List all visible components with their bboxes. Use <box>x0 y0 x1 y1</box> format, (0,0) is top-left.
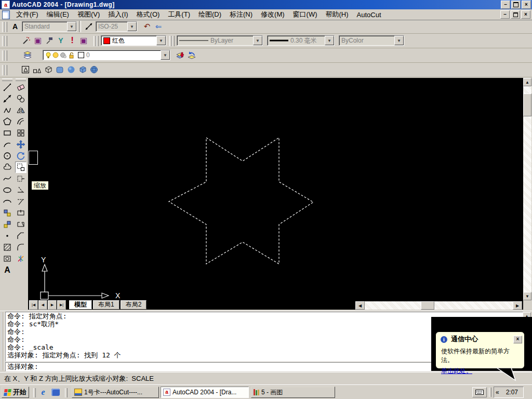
lineweight-combo[interactable]: 0.30 毫米 ▼ <box>267 35 335 46</box>
modify-toolbar-grip[interactable] <box>16 78 26 81</box>
rotate-button[interactable] <box>15 150 26 162</box>
wireframe-2d-button[interactable] <box>20 64 31 75</box>
tab-model[interactable]: 模型 <box>69 300 92 309</box>
chevron-down-icon[interactable]: ▼ <box>253 36 262 45</box>
match-properties-button[interactable] <box>21 35 32 46</box>
dim-style-combo[interactable]: ISO-25 ▼ <box>96 21 137 32</box>
tab-layout2[interactable]: 布局2 <box>121 300 147 309</box>
plotstyle-combo[interactable]: ByColor ▼ <box>339 35 404 46</box>
task-paint[interactable]: 5 - 画图 <box>251 387 335 398</box>
undo-button[interactable]: ↶ <box>141 21 153 32</box>
text-style-button[interactable]: A <box>9 21 21 32</box>
quicklaunch-app-icon[interactable] <box>51 389 60 396</box>
gouraud-shaded-button[interactable] <box>65 64 77 75</box>
hscroll-thumb[interactable] <box>421 301 434 310</box>
close-button[interactable]: × <box>522 1 531 9</box>
menu-draw[interactable]: 绘图(D) <box>194 9 225 20</box>
polygon-button[interactable] <box>2 116 13 127</box>
erase-button[interactable] <box>15 82 26 93</box>
xline-button[interactable] <box>2 93 13 104</box>
linetype-combo[interactable]: ByLayer ▼ <box>177 35 263 46</box>
tab-last-button[interactable]: ▶| <box>57 300 66 310</box>
chevron-down-icon[interactable]: ▼ <box>161 50 170 60</box>
region-button[interactable] <box>2 253 13 264</box>
array-button[interactable] <box>15 127 26 139</box>
start-button[interactable]: 开始 <box>2 387 29 398</box>
doc-close-button[interactable]: × <box>521 10 530 19</box>
menu-dimension[interactable]: 标注(N) <box>225 9 257 20</box>
wireframe-3d-button[interactable] <box>31 64 43 75</box>
mirror-button[interactable] <box>15 104 26 116</box>
hammer-tool-button[interactable] <box>44 35 55 46</box>
scroll-left-button[interactable]: ◀ <box>355 301 365 310</box>
flat-shaded-button[interactable] <box>54 64 65 75</box>
tab-prev-button[interactable]: ◀ <box>38 300 47 310</box>
tray-chevron[interactable]: « <box>494 389 501 396</box>
spline-button[interactable] <box>2 173 13 184</box>
extend-button[interactable] <box>15 196 26 207</box>
flat-edges-button[interactable] <box>77 64 88 75</box>
tab-layout1[interactable]: 布局1 <box>93 300 119 309</box>
figure-tool-button[interactable]: Y <box>55 35 66 46</box>
star-polygon[interactable] <box>169 138 313 264</box>
layer-manager-button[interactable] <box>22 49 33 61</box>
make-block-button[interactable] <box>2 219 13 230</box>
hidden-button[interactable] <box>43 64 54 75</box>
draw-toolbar-grip[interactable] <box>2 78 12 81</box>
chevron-down-icon[interactable]: ▼ <box>394 36 404 45</box>
tab-first-button[interactable]: |◀ <box>29 300 38 310</box>
revcloud-button[interactable] <box>2 162 13 173</box>
hatch-button[interactable] <box>2 242 13 253</box>
mtext-button[interactable]: A <box>2 264 13 276</box>
chevron-down-icon[interactable]: ▼ <box>67 22 76 31</box>
gouraud-edges-button[interactable] <box>88 64 100 75</box>
back-button[interactable]: ⇐ <box>153 21 164 32</box>
doc-minimize-button[interactable]: – <box>500 10 510 19</box>
minimize-button[interactable]: – <box>501 1 510 9</box>
menu-view[interactable]: 视图(V) <box>73 9 104 20</box>
point-button[interactable] <box>2 230 13 242</box>
scale-button[interactable] <box>15 162 26 173</box>
task-autocad[interactable]: a AutoCAD 2004 - [Dra... <box>161 387 249 398</box>
text-style-combo[interactable]: Standard ▼ <box>22 21 77 32</box>
chamfer-button[interactable] <box>15 230 26 242</box>
rectangle-button[interactable] <box>2 127 13 139</box>
ellipse-button[interactable] <box>2 184 13 196</box>
arc-button[interactable] <box>2 139 13 150</box>
vscroll-thumb[interactable] <box>523 94 531 116</box>
color-combo[interactable]: 红色 ▼ <box>101 35 166 46</box>
menu-tools[interactable]: 工具(T) <box>164 9 194 20</box>
canvas-hscrollbar[interactable]: ◀ ▶ <box>355 301 522 310</box>
balloon-close-button[interactable]: × <box>513 336 522 343</box>
break-point-button[interactable] <box>15 207 26 219</box>
insert-block-button[interactable] <box>2 207 13 219</box>
vscroll-track[interactable] <box>523 86 531 292</box>
chevron-down-icon[interactable]: ▼ <box>127 22 137 31</box>
doc-restore-button[interactable] <box>511 10 520 19</box>
layer-combo[interactable]: 0 ▼ <box>43 50 170 60</box>
menu-window[interactable]: 窗口(W) <box>289 9 322 20</box>
scroll-up-button[interactable]: ▲ <box>523 78 531 86</box>
quicklaunch-ie-icon[interactable]: e <box>38 388 48 397</box>
canvas-vscrollbar[interactable]: ▲ ▼ <box>523 78 531 300</box>
break-button[interactable] <box>15 219 26 230</box>
ime-keyboard-button[interactable] <box>472 387 487 397</box>
stretch-button[interactable] <box>15 173 26 184</box>
line-button[interactable] <box>2 82 13 93</box>
scroll-down-button[interactable]: ▼ <box>523 292 531 300</box>
document-icon[interactable] <box>2 10 10 19</box>
menu-insert[interactable]: 插入(I) <box>104 9 132 20</box>
make-layer-current-button[interactable] <box>175 49 186 61</box>
chevron-down-icon[interactable]: ▼ <box>156 36 166 45</box>
task-autocut[interactable]: 1号卡---AutoCut----... <box>72 387 159 398</box>
circle-button[interactable] <box>2 150 13 162</box>
dim-style-button[interactable] <box>83 21 95 32</box>
menu-modify[interactable]: 修改(M) <box>257 9 289 20</box>
ellipse-arc-button[interactable] <box>2 196 13 207</box>
block-tool2-button[interactable]: ▣ <box>78 35 89 46</box>
exclaim-tool-button[interactable]: ! <box>66 35 78 46</box>
explode-button[interactable] <box>15 253 26 264</box>
app-icon[interactable]: a <box>2 1 10 9</box>
move-button[interactable] <box>15 139 26 150</box>
menu-format[interactable]: 格式(O) <box>132 9 164 20</box>
